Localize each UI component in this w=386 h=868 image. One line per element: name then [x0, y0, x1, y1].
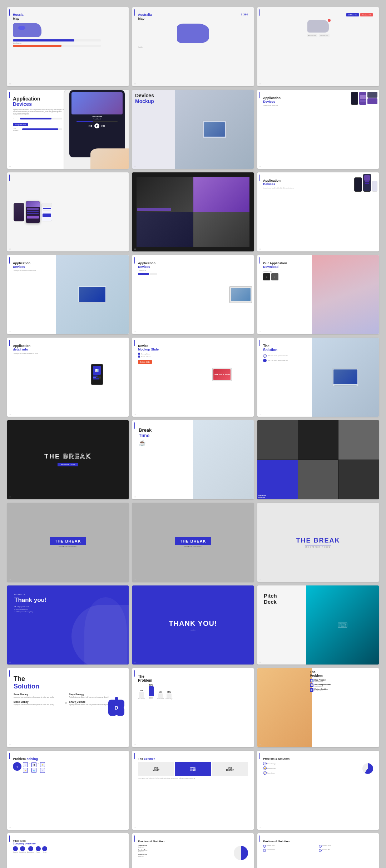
app-devices-title: Application Devices [13, 96, 66, 107]
ps-donut-items: Problem One Small text Solution Time Sma… [138, 844, 232, 860]
purple-screens-row [11, 177, 124, 247]
slide-number-6: 06 [259, 166, 261, 167]
phones-slide-left: Application Devices Lorem ipsum small te… [262, 177, 318, 191]
slide-problem-solution-icons: Problem & Solution ☁ Save Energy 💰 Make … [257, 751, 379, 830]
tablet-bars [138, 273, 192, 275]
multi-screens-grid [137, 177, 249, 247]
break-innovation-content: THE BREAK INNOVATION FORUM [257, 503, 379, 582]
slide-usa-map: USA Main Title USA Maps Title Answer One… [257, 7, 379, 86]
slide-number-18: 18 [259, 496, 261, 498]
slide-number-30: 30 [259, 827, 261, 828]
slide-app-screens-multi: 08 [132, 172, 254, 251]
ps2-content: Problem & Solution Anchor Time Solution … [262, 838, 375, 854]
prog1-label: UI [13, 118, 19, 119]
app-devices-body: A peep at some distant orb has power to … [13, 109, 66, 116]
problem-photo-title: The Problem [310, 670, 377, 677]
sol-laptop-photo [312, 338, 379, 417]
usa-map-tag1: USA Main Title [346, 13, 358, 16]
problem-chart-content: The Problem 20% Data Problem 50% Marketi… [137, 672, 249, 702]
sol-laptop-title: The Solution [263, 344, 317, 352]
montage-grid: conferencemarketing [257, 420, 379, 499]
mockup-checks: Accomplished Needs & Goals [138, 353, 192, 358]
slide-pitch-deck: Pitch Deck ⌨ 24 [257, 585, 379, 665]
slide-number-2: 02 [134, 83, 136, 85]
sol-item-make-money: Make Money A peep at some distant orb ha… [14, 701, 67, 706]
slide-break-overlay-2: THE BREAK INNOVATION FORUM / 2017 20 [132, 503, 254, 582]
puzzle-piece-big: D [108, 700, 124, 716]
slide-number-13: 13 [9, 413, 11, 415]
prog3-label: User Interface [13, 128, 21, 131]
break-time-photo [193, 420, 254, 499]
slide-number-4: 04 [9, 166, 11, 167]
slide-number-27: 27 [259, 744, 261, 746]
thankyou-content: NORDICS Thank you! ☎ +98 (71) 1234 5678 … [11, 590, 124, 616]
detail-left: Application detail info Lorem ipsum cont… [11, 342, 68, 357]
slide-number-21: 21 [259, 579, 261, 580]
ps-donut-layout: Problem One Small text Solution Time Sma… [138, 844, 248, 860]
slide-app-detail: Application detail info Lorem ipsum cont… [7, 338, 129, 417]
track-name: Track Name [92, 116, 102, 118]
slide-number-25: 25 [9, 744, 11, 746]
tablet-title: Application Devices [138, 261, 192, 269]
phones-slide-body: Lorem ipsum small text for this slide co… [263, 187, 317, 189]
ps2-item-3: Problem One [263, 849, 318, 852]
break-dark-text: THE BREAK Innovation Forum [44, 453, 91, 467]
australia-subtitle: Subtitle [138, 46, 248, 48]
australia-map-number: 3.390 [241, 13, 248, 16]
thankyou-big-title: THANK YOU! [169, 619, 217, 628]
mockup-btn[interactable]: Button Slide [138, 360, 152, 364]
ps-half-donut [234, 846, 248, 860]
download-title: Our Application Download [263, 261, 317, 269]
thankyou-big-content: THANK YOU! nordics [169, 619, 217, 631]
ps-donut [362, 763, 373, 774]
sme-title: The Solution [138, 757, 248, 760]
slide-number-19: 19 [9, 579, 11, 580]
slide-the-break-dark: THE BREAK Innovation Forum 16 [7, 420, 129, 499]
app-dark-subtitle: Lorem ipsum small text [263, 104, 322, 106]
app-dark-left: Application Devices Lorem ipsum small te… [262, 94, 324, 108]
download-links: Download App ⬦ ⬦ [263, 271, 317, 280]
slide-number-9: 09 [259, 248, 261, 250]
slide-solution-laptop: The Solution Title One lorem ipsum small… [257, 338, 379, 417]
problem-items: 📊 Data ProblemSmall text here 📈 Marketin… [310, 679, 377, 692]
sol-big-title: The Solution [14, 675, 122, 690]
slide-thank-you-big: THANK YOU! nordics 23 [132, 585, 254, 665]
sol-laptop-left: The Solution Title One lorem ipsum small… [262, 342, 318, 364]
sme-body: Lorem ipsum small text content for the s… [138, 778, 248, 779]
slide-solution-sme: The Solution SAVEMONEY MAKEMONEY SAVEENE… [132, 751, 254, 830]
sol-item-save-money: Save Money A peep at some distant orb ha… [14, 693, 67, 698]
laptop-photo [56, 255, 129, 334]
sol-item-save-energy: Save Energy A peep at some distant orb h… [69, 693, 122, 698]
ps2-grid: Anchor Time Solution Time Problem One So… [263, 844, 373, 852]
slide-number-3: 03 [259, 83, 261, 85]
break-sub-1: INNOVATION FORUM / 2017 [59, 546, 77, 548]
slide-number-28: 28 [9, 827, 11, 828]
download-left: Our Application Download Download App ⬦ … [262, 259, 318, 283]
prob-solve-circle: ⚙ [13, 762, 21, 771]
tablet-left: Application Devices Lorem ipsum [137, 259, 193, 277]
break-dark-btn[interactable]: Innovation Forum [58, 463, 79, 466]
slide-pitch-company: Pitch Deck Company overview Blueprint Ca… [7, 833, 129, 868]
slide-device-mockup: Device Mockup Slide Accomplished Needs &… [132, 338, 254, 417]
ps-donut-title: Problem & Solution [138, 840, 248, 843]
contact-3: ⌂ 123 Anywhere St., Any City [14, 611, 122, 613]
thankyou-title: Thank you! [14, 597, 122, 604]
break-overlay-content-2: THE BREAK INNOVATION FORUM / 2017 [132, 503, 254, 582]
mockup-photo [175, 90, 254, 169]
problem-bars: 20% Data Problem 50% Marketing Problem 1… [138, 685, 248, 700]
contact-2: ✉ hello@website.com [14, 608, 122, 610]
ps-icons-row: ☁ Save Energy 💰 Make Money ⚡ Save Money [263, 762, 373, 775]
prog2-tag: Program 50% [13, 123, 28, 126]
prob-solve-flow: ☁ → 📱 → 💡 ⚡ → 🌐 → ✓ [23, 762, 123, 773]
slide-break-overlay-1: THE BREAK INNOVATION FORUM / 2017 19 [7, 503, 129, 582]
break-tag-1: THE BREAK [50, 537, 86, 545]
slide-problem-photo: The Problem 📊 Data ProblemSmall text her… [257, 668, 379, 747]
problem-photo-img [257, 668, 312, 747]
slide-problem-solving: Problem solving ⚙ ☁ → 📱 → 💡 ⚡ [7, 751, 129, 830]
slide-thank-you-blue: NORDICS Thank you! ☎ +98 (71) 1234 5678 … [7, 585, 129, 665]
problem-chart-title: The Problem [138, 675, 248, 682]
app-dark-screens [351, 92, 377, 105]
slide-number-24: 24 [259, 661, 261, 663]
app-dark-title: Application Devices [263, 96, 322, 103]
slide-number-5: 05 [134, 166, 136, 167]
